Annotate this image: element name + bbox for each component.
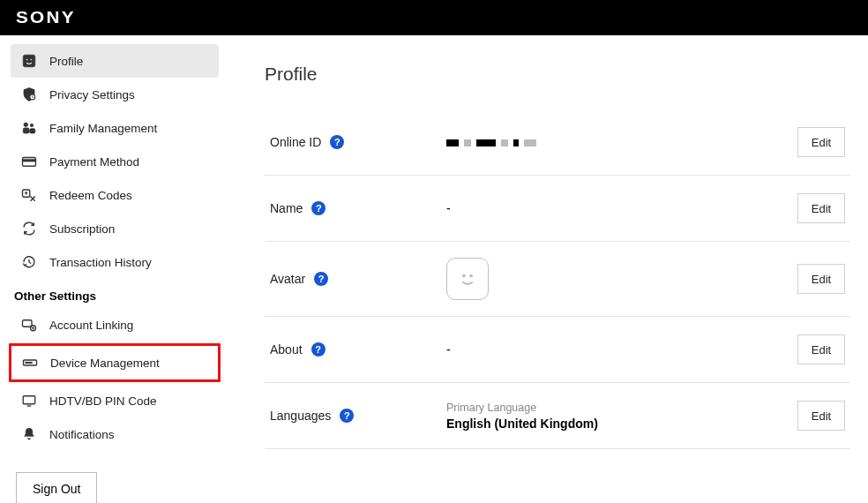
field-label: Avatar ? — [270, 272, 446, 286]
help-icon[interactable]: ? — [314, 272, 328, 286]
label-text: About — [270, 342, 303, 357]
main-panel: Profile Online ID ? Edit — [229, 44, 868, 503]
svg-point-5 — [30, 124, 33, 126]
bell-icon — [19, 426, 39, 442]
sidebar-item-label: Profile — [49, 55, 83, 68]
field-value: - — [446, 201, 797, 215]
sidebar-item-label: Privacy Settings — [49, 88, 135, 101]
sidebar-item-label: HDTV/BD PIN Code — [49, 394, 157, 408]
device-icon — [20, 355, 40, 371]
field-label: Name ? — [270, 201, 446, 215]
profile-table: Online ID ? Edit Name ? — [265, 109, 850, 449]
history-icon — [19, 254, 39, 270]
svg-rect-7 — [30, 129, 35, 133]
help-icon[interactable]: ? — [311, 201, 326, 215]
sidebar-item-label: Notifications — [49, 428, 115, 441]
svg-rect-15 — [23, 396, 35, 404]
svg-point-17 — [469, 274, 473, 278]
help-icon[interactable]: ? — [340, 409, 354, 423]
svg-rect-6 — [23, 128, 29, 133]
sidebar-item-label: Transaction History — [49, 256, 152, 269]
profile-row-name: Name ? - Edit — [265, 176, 850, 242]
page-title: Profile — [265, 64, 850, 85]
sidebar-item-payment[interactable]: Payment Method — [11, 145, 219, 178]
field-label: Languages ? — [270, 409, 446, 423]
sidebar-item-profile[interactable]: Profile — [11, 44, 219, 78]
sidebar-item-notifications[interactable]: Notifications — [11, 417, 219, 451]
field-value — [446, 135, 797, 149]
svg-point-1 — [26, 58, 28, 60]
edit-button[interactable]: Edit — [797, 334, 845, 364]
sidebar-item-label: Redeem Codes — [49, 189, 132, 202]
profile-icon — [19, 53, 39, 69]
help-icon[interactable]: ? — [311, 342, 326, 357]
sidebar-item-label: Account Linking — [49, 319, 133, 332]
svg-point-2 — [30, 58, 32, 60]
sidebar-item-label: Device Management — [50, 357, 160, 370]
app-header: SONY — [0, 0, 868, 35]
field-label: Online ID ? — [270, 135, 446, 149]
svg-rect-14 — [26, 362, 33, 364]
svg-rect-0 — [23, 55, 35, 67]
sidebar-item-label: Payment Method — [49, 155, 139, 169]
label-text: Languages — [270, 409, 331, 423]
sign-out-button[interactable]: Sign Out — [16, 472, 97, 503]
field-value — [446, 258, 797, 300]
profile-row-avatar: Avatar ? Edit — [265, 242, 850, 317]
sidebar-section-heading: Other Settings — [11, 279, 219, 308]
label-text: Name — [270, 201, 303, 215]
edit-button[interactable]: Edit — [797, 127, 845, 157]
profile-row-online-id: Online ID ? Edit — [265, 109, 850, 176]
link-icon — [19, 317, 39, 333]
label-text: Online ID — [270, 135, 321, 149]
avatar-image — [446, 258, 489, 300]
primary-language-label: Primary Language — [446, 402, 797, 414]
svg-point-16 — [462, 274, 466, 278]
sidebar-item-family[interactable]: Family Management — [11, 111, 219, 145]
sony-logo: SONY — [16, 9, 76, 27]
sidebar-item-redeem[interactable]: Redeem Codes — [11, 178, 219, 212]
sidebar-item-label: Family Management — [49, 122, 157, 135]
edit-button[interactable]: Edit — [797, 193, 845, 223]
svg-rect-9 — [23, 160, 36, 161]
help-icon[interactable]: ? — [330, 135, 344, 149]
edit-button[interactable]: Edit — [797, 401, 845, 431]
profile-row-languages: Languages ? Primary Language English (Un… — [265, 383, 850, 449]
sidebar-item-account-linking[interactable]: Account Linking — [11, 308, 219, 342]
primary-language-value: English (United Kingdom) — [446, 417, 797, 431]
sidebar-item-history[interactable]: Transaction History — [11, 245, 219, 279]
refresh-icon — [19, 221, 39, 236]
field-label: About ? — [270, 342, 446, 357]
profile-row-about: About ? - Edit — [265, 317, 850, 383]
tv-icon — [19, 393, 39, 409]
svg-point-4 — [24, 123, 28, 127]
edit-button[interactable]: Edit — [797, 264, 845, 294]
sidebar-item-label: Subscription — [49, 222, 115, 236]
field-value: Primary Language English (United Kingdom… — [446, 402, 797, 431]
highlight-device-management: Device Management — [9, 343, 221, 382]
family-icon — [19, 120, 39, 136]
sidebar: Profile Privacy Settings Family Manageme… — [0, 44, 229, 503]
svg-rect-11 — [23, 320, 33, 327]
content-area: Profile Privacy Settings Family Manageme… — [0, 35, 868, 503]
sidebar-item-privacy[interactable]: Privacy Settings — [11, 78, 219, 111]
card-icon — [19, 154, 39, 169]
field-value: - — [446, 342, 797, 357]
sidebar-item-device-management[interactable]: Device Management — [11, 346, 218, 379]
redeem-icon — [19, 187, 39, 203]
shield-icon — [19, 86, 39, 102]
redacted-online-id — [446, 139, 536, 146]
sidebar-item-subscription[interactable]: Subscription — [11, 212, 219, 245]
sidebar-item-pin-code[interactable]: HDTV/BD PIN Code — [11, 384, 219, 417]
label-text: Avatar — [270, 272, 305, 286]
